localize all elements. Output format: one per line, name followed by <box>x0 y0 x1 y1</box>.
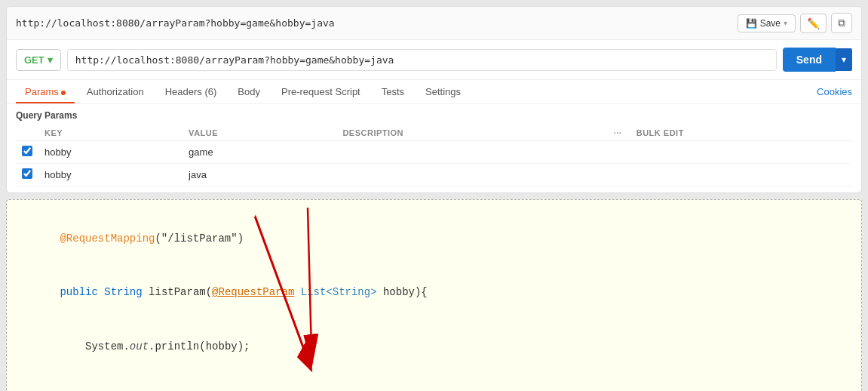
tab-settings-label: Settings <box>425 86 461 97</box>
type-list: List<String> <box>301 286 377 298</box>
kw-public: public <box>60 286 97 298</box>
method-select[interactable]: GET ▾ <box>16 49 61 71</box>
send-chevron-button[interactable]: ▾ <box>836 48 852 71</box>
url-bar: http://localhost:8080/arrayParam?hobby=g… <box>7 7 861 40</box>
tab-authorization[interactable]: Authorization <box>78 80 153 103</box>
tab-tests-label: Tests <box>382 86 404 97</box>
query-params-title: Query Params <box>16 110 852 121</box>
tab-settings[interactable]: Settings <box>416 80 470 103</box>
tabs-row: Params Authorization Headers (6) Body Pr… <box>7 80 861 104</box>
code-line-4: return "OK"; <box>22 374 846 391</box>
save-icon: 💾 <box>746 18 757 29</box>
col-checkbox-header <box>16 125 38 141</box>
row2-key: hobby <box>38 164 182 186</box>
col-key-header: KEY <box>38 125 182 141</box>
row2-checkbox[interactable] <box>22 168 32 179</box>
col-value-header: VALUE <box>182 125 336 141</box>
row2-dots <box>608 164 630 186</box>
copy-icon-button[interactable]: ⧉ <box>831 13 852 33</box>
query-params-section: Query Params KEY VALUE DESCRIPTION ··· B… <box>7 104 861 192</box>
save-label: Save <box>760 18 781 29</box>
row1-dots <box>608 141 630 164</box>
edit-icon-button[interactable]: ✏️ <box>800 14 827 33</box>
code-panel: @RequestMapping("/listParam") public Str… <box>6 199 862 391</box>
row1-key: hobby <box>38 141 182 164</box>
request-url-input[interactable] <box>67 49 777 71</box>
row1-description <box>336 141 607 164</box>
code-text: ("/listParam") <box>155 232 244 245</box>
row2-empty <box>630 164 852 186</box>
row1-empty <box>630 141 852 164</box>
col-description-header: DESCRIPTION <box>336 125 607 141</box>
row1-value: game <box>182 141 336 164</box>
tab-prerequest-label: Pre-request Script <box>281 86 360 97</box>
tab-body[interactable]: Body <box>229 80 269 103</box>
row2-value: java <box>182 164 336 186</box>
code-line-1: @RequestMapping("/listParam") <box>22 212 846 266</box>
url-display: http://localhost:8080/arrayParam?hobby=g… <box>16 17 335 29</box>
params-dot <box>61 91 66 95</box>
params-table: KEY VALUE DESCRIPTION ··· Bulk Edit hobb… <box>16 125 852 186</box>
tab-authorization-label: Authorization <box>87 86 144 97</box>
tab-headers[interactable]: Headers (6) <box>156 80 226 103</box>
tab-prerequest[interactable]: Pre-request Script <box>272 80 370 103</box>
code-section-wrapper: @RequestMapping("/listParam") public Str… <box>6 199 862 391</box>
chevron-down-icon: ▾ <box>784 19 787 27</box>
code-line-2: public String listParam(@RequestParam Li… <box>22 266 846 319</box>
postman-panel: http://localhost:8080/arrayParam?hobby=g… <box>6 6 862 193</box>
save-button[interactable]: 💾 Save ▾ <box>738 14 796 32</box>
request-row: GET ▾ Send ▾ <box>7 40 861 80</box>
cookies-link[interactable]: Cookies <box>817 86 852 97</box>
col-dots-header: ··· <box>608 125 630 141</box>
annotation-requestmapping: @RequestMapping <box>60 232 155 245</box>
row1-checkbox[interactable] <box>22 146 32 156</box>
method-label: GET <box>24 54 44 66</box>
send-main-button[interactable]: Send <box>783 48 836 72</box>
tab-params-label: Params <box>25 86 59 97</box>
tab-body-label: Body <box>238 86 260 97</box>
tab-headers-label: Headers (6) <box>165 86 217 97</box>
col-bulk-edit-header[interactable]: Bulk Edit <box>630 125 852 141</box>
tab-params[interactable]: Params <box>16 80 75 103</box>
table-row: hobby game <box>16 141 852 164</box>
table-row: hobby java <box>16 164 852 186</box>
method-chevron-icon: ▾ <box>48 54 53 66</box>
kw-string-type: String <box>104 286 142 298</box>
code-line-3: System.out.println(hobby); <box>22 320 846 374</box>
row2-description <box>336 164 607 186</box>
annotation-requestparam: @RequestParam <box>212 286 294 298</box>
tab-tests[interactable]: Tests <box>373 80 413 103</box>
send-button-group: Send ▾ <box>783 48 852 72</box>
url-actions: 💾 Save ▾ ✏️ ⧉ <box>738 13 852 33</box>
